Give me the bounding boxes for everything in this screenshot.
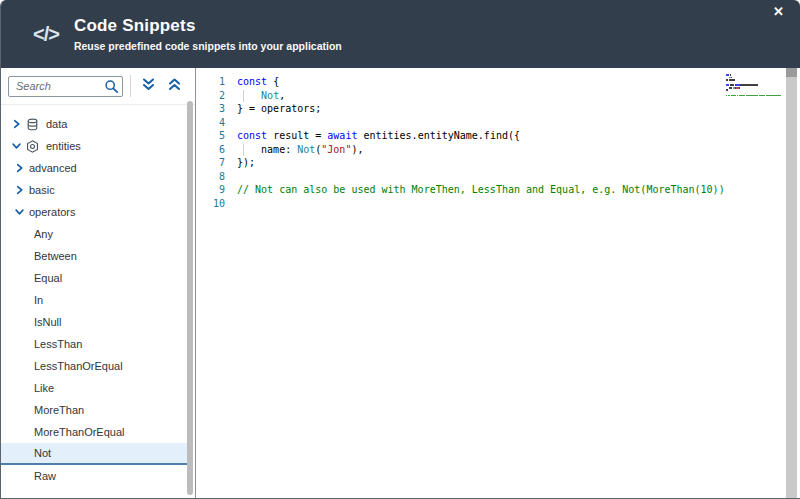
line-number: 7 [196, 156, 225, 170]
chevrons-down-icon [140, 77, 157, 95]
tree-item-label: In [34, 294, 43, 306]
tree-item-label: advanced [29, 162, 77, 174]
database-icon [26, 118, 39, 131]
code-line-text: const result = await entities.entityName… [225, 129, 520, 143]
sidebar-scrollbar[interactable] [187, 101, 193, 495]
indent-guide [243, 90, 244, 102]
dialog-body: data entitiesadvancedbasicoperatorsAnyBe… [1, 68, 800, 498]
tree-item-lessthanorequal[interactable]: LessThanOrEqual [1, 355, 190, 377]
tree-item-between[interactable]: Between [1, 245, 190, 267]
tree-item-basic[interactable]: basic [1, 179, 190, 201]
dialog-header: </> Code Snippets Reuse predefined code … [1, 0, 800, 68]
chevron-right-icon[interactable] [14, 162, 25, 174]
tree-item-advanced[interactable]: advanced [1, 157, 190, 179]
tree-item-equal[interactable]: Equal [1, 267, 190, 289]
tree-item-in[interactable]: In [1, 289, 190, 311]
tree-item-morethan[interactable]: MoreThan [1, 399, 190, 421]
editor-scrollbar[interactable] [786, 68, 797, 498]
line-number: 6 [196, 143, 225, 157]
code-line-text: const { [225, 75, 279, 89]
sidebar-toolbar [1, 68, 195, 105]
tree-item-label: Equal [34, 272, 62, 284]
line-number: 8 [196, 170, 225, 184]
tree-item-morethanorequal[interactable]: MoreThanOrEqual [1, 421, 190, 443]
tree-item-label: MoreThan [34, 404, 84, 416]
page-subtitle: Reuse predefined code snippets into your… [74, 40, 342, 52]
page-title: Code Snippets [74, 16, 342, 36]
line-number: 3 [196, 102, 225, 116]
tree-item-lessthan[interactable]: LessThan [1, 333, 190, 355]
toolbar-separator [130, 75, 131, 97]
tree-item-label: LessThanOrEqual [34, 360, 123, 372]
tree-item-like[interactable]: Like [1, 377, 190, 399]
tree-item-label: MoreThanOrEqual [34, 426, 125, 438]
code-line-text: name: Not("Jon"), [225, 143, 363, 157]
line-number: 10 [196, 197, 225, 211]
chevrons-up-icon [166, 77, 183, 95]
code-line-text [225, 116, 237, 130]
header-titles: Code Snippets Reuse predefined code snip… [74, 16, 342, 52]
close-icon: ✕ [773, 4, 784, 19]
tree-item-data[interactable]: data [1, 113, 190, 135]
line-number: 9 [196, 183, 225, 197]
entity-icon [26, 140, 39, 153]
code-line: 4 [196, 116, 800, 130]
line-number: 2 [196, 89, 225, 103]
code-line: 10 [196, 197, 800, 211]
code-line: 2 Not, [196, 89, 800, 103]
tree-item-label: Raw [34, 470, 56, 482]
code-snippets-dialog: </> Code Snippets Reuse predefined code … [0, 0, 800, 499]
code-line: 5const result = await entities.entityNam… [196, 129, 800, 143]
code-line: 6 name: Not("Jon"), [196, 143, 800, 157]
tree-item-any[interactable]: Any [1, 223, 190, 245]
tree-item-label: data [46, 118, 67, 130]
tree-item-label: IsNull [34, 316, 62, 328]
tree-item-label: operators [29, 206, 75, 218]
code-icon: </> [33, 23, 59, 46]
tree-item-label: Between [34, 250, 77, 262]
line-number: 4 [196, 116, 225, 130]
tree-item-operators[interactable]: operators [1, 201, 190, 223]
sidebar: data entitiesadvancedbasicoperatorsAnyBe… [1, 68, 196, 498]
code-line: 9// Not can also be used with MoreThen, … [196, 183, 800, 197]
editor-scrollbar-thumb[interactable] [786, 68, 797, 77]
code-line: 1const { [196, 75, 800, 89]
tree-item-label: Like [34, 382, 54, 394]
tree-item-raw[interactable]: Raw [1, 465, 190, 487]
code-line-text [225, 170, 237, 184]
expand-all-button[interactable] [135, 73, 162, 99]
code-line-text [225, 197, 237, 211]
chevron-right-icon[interactable] [11, 118, 22, 130]
code-line-text: }); [225, 156, 255, 170]
code-line-text: } = operators; [225, 102, 321, 116]
code-line-text: // Not can also be used with MoreThen, L… [225, 183, 725, 197]
line-number: 1 [196, 75, 225, 89]
tree-item-isnull[interactable]: IsNull [1, 311, 190, 333]
chevron-down-icon[interactable] [14, 206, 25, 218]
tree-item-label: LessThan [34, 338, 82, 350]
code-line: 8 [196, 170, 800, 184]
chevron-down-icon[interactable] [11, 140, 22, 152]
search-field-wrap [8, 76, 123, 97]
search-icon[interactable] [104, 79, 119, 98]
code-line: 3} = operators; [196, 102, 800, 116]
minimap[interactable] [726, 74, 784, 100]
tree-item-not[interactable]: Not [1, 443, 190, 465]
chevron-right-icon[interactable] [14, 184, 25, 196]
line-number: 5 [196, 129, 225, 143]
code-editor[interactable]: 1const {2 Not,3} = operators;45const res… [196, 68, 800, 498]
tree-item-label: Not [34, 447, 51, 459]
close-button[interactable]: ✕ [773, 4, 784, 20]
tree-item-label: basic [29, 184, 55, 196]
tree-item-label: Any [34, 228, 53, 240]
code-line: 7}); [196, 156, 800, 170]
snippet-tree: data entitiesadvancedbasicoperatorsAnyBe… [1, 105, 195, 487]
tree-item-label: entities [46, 140, 81, 152]
code-line-text: Not, [225, 89, 285, 103]
collapse-all-button[interactable] [161, 73, 188, 99]
indent-guide [243, 144, 244, 156]
tree-item-entities[interactable]: entities [1, 135, 190, 157]
code-content: 1const {2 Not,3} = operators;45const res… [196, 68, 800, 210]
